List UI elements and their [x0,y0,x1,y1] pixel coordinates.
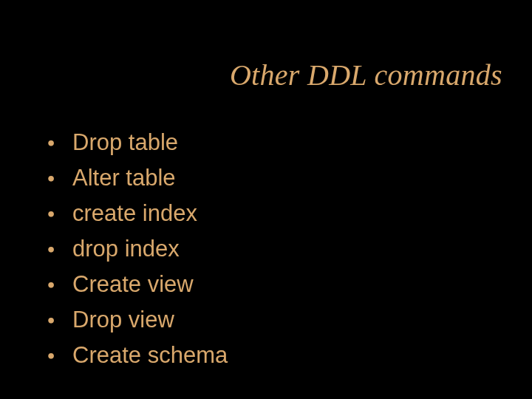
list-item-label: Create view [72,267,194,302]
slide-title: Other DDL commands [0,58,502,92]
list-item-label: Create schema [72,338,228,373]
list-item-label: Drop view [72,303,174,338]
bullet-icon: • [46,303,56,338]
bullet-icon: • [46,267,56,303]
list-item-label: create index [72,197,197,231]
list-item: • Drop table [46,126,488,161]
list-item: • Create view [46,267,488,303]
list-item-label: drop index [72,232,180,267]
bullet-icon: • [46,232,56,267]
list-item: • Create schema [46,338,488,374]
bullet-list: • Drop table • Alter table • create inde… [46,126,488,374]
list-item: • create index [46,197,488,232]
slide: Other DDL commands • Drop table • Alter … [0,0,532,399]
list-item: • Drop view [46,303,488,338]
bullet-icon: • [46,126,56,161]
list-item-label: Alter table [72,161,176,196]
list-item-label: Drop table [72,126,178,160]
bullet-icon: • [46,197,56,232]
bullet-icon: • [46,161,56,197]
list-item: • Alter table [46,161,488,197]
list-item: • drop index [46,232,488,267]
bullet-icon: • [46,338,56,374]
